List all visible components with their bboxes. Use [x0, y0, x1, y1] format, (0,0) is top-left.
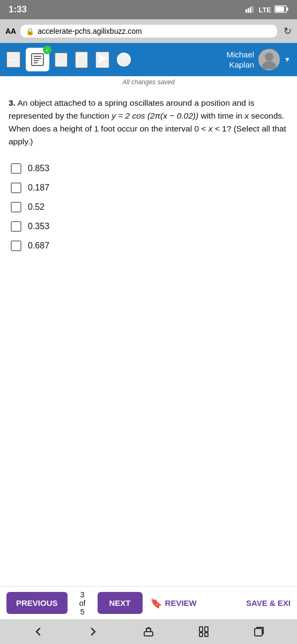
quiz-icon-wrap: ✓ — [26, 48, 49, 71]
svg-point-14 — [262, 61, 276, 69]
browser-aa[interactable]: AA — [5, 27, 16, 35]
checkbox-2[interactable] — [11, 182, 21, 193]
answer-label-2: 0.187 — [28, 183, 49, 193]
page-number: 3 — [80, 590, 85, 599]
svg-rect-0 — [246, 9, 247, 13]
checkbox-1[interactable] — [11, 163, 21, 174]
user-name: Michael Kaplan — [226, 49, 254, 70]
answer-option-3[interactable]: 0.52 — [9, 197, 288, 217]
lte-label: LTE — [258, 6, 271, 14]
svg-rect-17 — [205, 627, 208, 632]
checkbox-3[interactable] — [11, 202, 21, 213]
browser-url: accelerate-pchs.agilixbuzz.com — [38, 27, 142, 35]
checkbox-5[interactable] — [11, 240, 21, 251]
svg-rect-3 — [252, 6, 254, 13]
status-time: 1:33 — [9, 4, 27, 15]
answer-option-4[interactable]: 0.353 — [9, 217, 288, 236]
svg-rect-15 — [144, 632, 153, 636]
svg-marker-12 — [98, 54, 107, 63]
answer-option-1[interactable]: 0.853 — [9, 159, 288, 178]
ios-bottom-bar — [0, 619, 297, 644]
ellipsis-button[interactable]: … — [55, 53, 68, 67]
saved-notice: All changes saved — [0, 76, 297, 89]
check-badge: ✓ — [43, 46, 51, 54]
question-text: 3. An object attached to a spring oscill… — [9, 97, 288, 148]
svg-rect-6 — [276, 6, 284, 12]
user-info: Michael Kaplan ▼ — [226, 49, 291, 70]
svg-rect-18 — [199, 633, 203, 636]
ios-bookmarks-button[interactable] — [191, 623, 217, 640]
svg-point-13 — [265, 53, 273, 61]
bookmark-icon: 🔖 — [150, 597, 162, 609]
reload-icon[interactable]: ↻ — [284, 25, 292, 37]
question-number: 3. — [9, 98, 16, 107]
dropdown-arrow-icon: ▼ — [284, 56, 291, 63]
help-button[interactable]: ? — [117, 53, 131, 67]
next-button[interactable]: NEXT — [98, 592, 143, 614]
svg-rect-16 — [199, 627, 203, 632]
toolbar-icons: ⓘ ? — [75, 52, 131, 68]
signal-icon — [246, 5, 255, 14]
answer-options: 0.853 0.187 0.52 0.353 0.687 — [9, 159, 288, 255]
info-button[interactable]: ⓘ — [75, 52, 88, 68]
ios-back-button[interactable] — [25, 623, 51, 640]
page-total: 5 — [80, 608, 85, 616]
save-exit-button[interactable]: SAVE & EXI — [246, 598, 291, 608]
app-header: ← ✓ … ⓘ ? Michael Kaplan — [0, 43, 297, 76]
svg-rect-20 — [255, 628, 262, 636]
svg-rect-19 — [205, 633, 208, 636]
previous-button[interactable]: PREVIOUS — [6, 592, 68, 614]
battery-icon — [274, 5, 288, 14]
answer-label-5: 0.687 — [28, 241, 49, 251]
lock-icon: 🔒 — [26, 27, 34, 35]
status-icons: LTE — [246, 5, 288, 14]
answer-option-2[interactable]: 0.187 — [9, 178, 288, 197]
svg-rect-7 — [32, 54, 43, 65]
back-button[interactable]: ← — [6, 52, 20, 68]
browser-url-box[interactable]: 🔒 accelerate-pchs.agilixbuzz.com — [20, 25, 277, 38]
answer-option-5[interactable]: 0.687 — [9, 236, 288, 255]
ios-tabs-button[interactable] — [246, 623, 272, 640]
ios-share-button[interactable] — [136, 623, 161, 640]
svg-rect-2 — [250, 7, 251, 13]
answer-label-3: 0.52 — [28, 202, 44, 212]
checkbox-4[interactable] — [11, 221, 21, 232]
of-label: of — [79, 599, 86, 608]
svg-rect-5 — [287, 8, 288, 11]
ios-forward-button[interactable] — [80, 623, 106, 640]
answer-label-1: 0.853 — [28, 164, 49, 173]
answer-label-4: 0.353 — [28, 222, 49, 231]
user-avatar[interactable] — [258, 49, 280, 70]
bottom-bar: PREVIOUS 3 of 5 NEXT 🔖 REVIEW SAVE & EXI — [0, 586, 297, 619]
svg-rect-1 — [248, 8, 249, 13]
status-bar: 1:33 LTE — [0, 0, 297, 19]
page-counter: 3 of 5 — [73, 590, 92, 616]
review-label: REVIEW — [165, 598, 197, 608]
browser-bar: AA 🔒 accelerate-pchs.agilixbuzz.com ↻ — [0, 19, 297, 43]
main-content: 3. An object attached to a spring oscill… — [0, 89, 297, 644]
review-button[interactable]: 🔖 REVIEW — [150, 597, 197, 609]
send-button[interactable] — [95, 52, 109, 68]
